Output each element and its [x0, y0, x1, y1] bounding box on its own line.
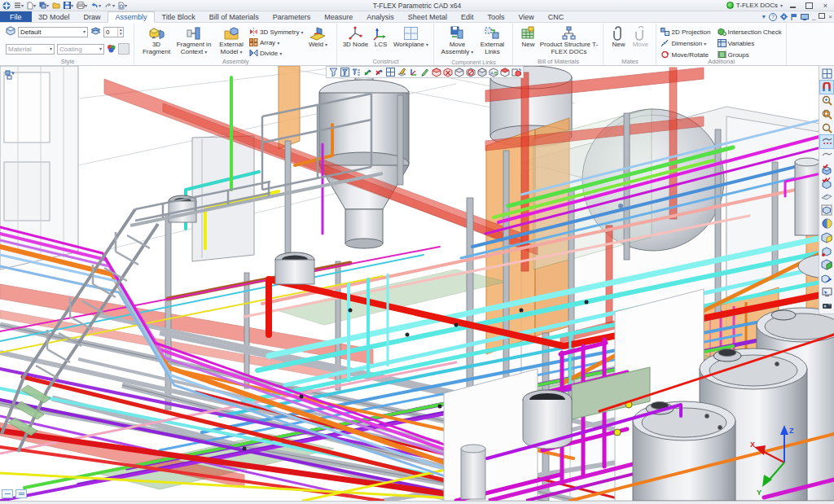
fragment-in-context-button[interactable]: Fragment in Context — [174, 24, 213, 58]
help-icon[interactable]: ? — [769, 13, 777, 21]
tab-parameters[interactable]: Parameters — [266, 11, 318, 22]
new-document-icon[interactable]: ▾ — [27, 1, 36, 10]
coating-selector[interactable]: Coating▾ — [57, 44, 104, 55]
menu-icon[interactable]: ▾ — [14, 1, 24, 10]
cube-section-icon[interactable] — [499, 67, 510, 77]
filter-box-icon[interactable] — [340, 67, 350, 77]
cube-export-icon[interactable] — [820, 272, 833, 285]
settings-gear-icon[interactable] — [780, 12, 788, 21]
tab-bill-of-materials[interactable]: Bill of Materials — [202, 11, 266, 22]
3d-fragment-button[interactable]: 3D Fragment — [138, 24, 174, 58]
viewports-icon[interactable] — [820, 67, 833, 80]
tab-assembly[interactable]: Assembly — [108, 11, 155, 23]
zoom-select-icon[interactable] — [820, 94, 833, 107]
variables-button[interactable]: Variables — [718, 38, 782, 48]
material-selector[interactable]: Material▾ — [6, 44, 55, 55]
external-links-button[interactable]: External Links — [476, 24, 508, 58]
cube-label-icon[interactable]: AB — [488, 67, 498, 77]
app-icon[interactable] — [2, 1, 11, 10]
move-assembly-button[interactable]: Move Assembly — [438, 24, 476, 58]
tab-sheet-metal[interactable]: Sheet Metal — [401, 11, 454, 22]
select-confirm-icon[interactable] — [362, 67, 373, 77]
lcs-small-icon[interactable] — [408, 67, 419, 77]
product-structure-button[interactable]: Product Structure T-FLEX DOCs — [538, 24, 599, 58]
3d-node-button[interactable]: 3D Node — [341, 24, 369, 58]
bom-new-button[interactable]: New — [517, 24, 538, 58]
cube-face-icon[interactable] — [431, 67, 441, 77]
tab-analysis[interactable]: Analysis — [360, 11, 402, 22]
cube-green-icon[interactable] — [820, 258, 833, 271]
maximize-button[interactable] — [803, 1, 815, 10]
3d-scene[interactable]: X Y Z — [0, 66, 834, 501]
tab-file[interactable]: File — [0, 11, 32, 22]
cube-outline-icon[interactable] — [454, 67, 464, 77]
workplane-flat-icon[interactable] — [820, 190, 833, 203]
screen-icon[interactable] — [820, 286, 833, 299]
dimension-button[interactable]: Dimension — [661, 38, 710, 48]
2d-projection-button[interactable]: 2D Projection — [661, 27, 710, 37]
undo-icon[interactable]: ▾ — [90, 1, 101, 10]
print-icon[interactable]: ▾ — [77, 1, 87, 10]
open-folder-icon[interactable] — [52, 1, 60, 10]
flag-icon[interactable] — [791, 12, 797, 21]
array-button[interactable]: Array — [249, 37, 303, 47]
cube-check-alt-icon[interactable] — [820, 177, 833, 190]
cube-solid-icon[interactable] — [476, 67, 487, 77]
select-cancel-icon[interactable] — [374, 67, 384, 77]
cube-doc-icon[interactable] — [511, 67, 521, 77]
tab-edit[interactable]: Edit — [454, 11, 481, 22]
preview-icon[interactable]: ▾ — [118, 1, 127, 10]
freehand-icon[interactable] — [820, 149, 833, 162]
workplane-button[interactable]: Workplane — [392, 24, 429, 58]
cube-bounds-icon[interactable] — [820, 204, 833, 217]
sphere-clip-icon[interactable] — [820, 217, 833, 230]
render-icon[interactable] — [820, 300, 833, 313]
tab-cnc[interactable]: CNC — [541, 11, 571, 22]
grid-icon[interactable] — [385, 67, 396, 77]
intersection-check-button[interactable]: Intersection Check — [718, 27, 782, 37]
mates-new-button[interactable]: New — [608, 24, 629, 58]
tflex-docs-button[interactable]: T-FLEX DOCs ▾ — [726, 2, 783, 9]
level-stepper[interactable]: 0 ▲▼ — [103, 27, 124, 37]
filter-list-icon[interactable] — [351, 67, 362, 77]
lcs-button[interactable]: LCS — [369, 24, 392, 58]
sketch-icon[interactable] — [419, 67, 430, 77]
pages-icon[interactable] — [15, 489, 27, 498]
doc-close-button[interactable]: × — [828, 13, 832, 20]
filter-icon[interactable] — [328, 67, 339, 77]
tab-draw[interactable]: Draw — [77, 11, 108, 22]
cube-yellow-icon[interactable] — [820, 231, 833, 244]
cube-exclude-icon[interactable] — [442, 67, 453, 77]
color-swatch[interactable] — [118, 43, 129, 55]
ribbon-options-caret[interactable]: ▾ — [762, 12, 766, 21]
save-icon[interactable]: ▾ — [64, 1, 73, 10]
zoom-window-icon[interactable] — [820, 108, 833, 121]
split-pane-icon[interactable] — [2, 489, 13, 498]
tab-3d-model[interactable]: 3D Model — [32, 11, 77, 22]
doc-restore-button[interactable] — [819, 13, 825, 20]
redo-icon[interactable]: ▾ — [104, 1, 115, 10]
cube-hide-icon[interactable] — [465, 67, 476, 77]
display-icon[interactable] — [801, 12, 809, 21]
tab-measure[interactable]: Measure — [318, 11, 360, 22]
cube-check-icon[interactable] — [820, 163, 833, 176]
workplane-draw-icon[interactable] — [397, 67, 407, 77]
minimize-button[interactable] — [787, 1, 799, 10]
tab-title-block[interactable]: Title Block — [155, 11, 202, 22]
weld-button[interactable]: Weld — [303, 24, 332, 58]
3d-symmetry-button[interactable]: 3D Symmetry — [249, 27, 303, 37]
mates-move-button[interactable]: Move — [629, 24, 652, 58]
viewport-properties-icon[interactable] — [5, 69, 17, 84]
style-selector[interactable]: Default▾ — [18, 27, 88, 37]
doc-minimize-button[interactable]: _ — [812, 13, 815, 20]
close-button[interactable]: × — [819, 1, 832, 10]
zoom-all-icon[interactable] — [820, 122, 833, 135]
external-model-button[interactable]: External Model — [213, 24, 249, 58]
cube-marked-icon[interactable] — [820, 245, 833, 258]
divide-button[interactable]: Divide — [249, 48, 303, 58]
render-sphere-icon[interactable] — [107, 42, 116, 56]
magnet-icon[interactable] — [820, 81, 833, 94]
copy-icon[interactable]: ▾ — [39, 1, 49, 10]
freehand-active-icon[interactable] — [820, 135, 833, 148]
tab-view[interactable]: View — [511, 11, 541, 22]
